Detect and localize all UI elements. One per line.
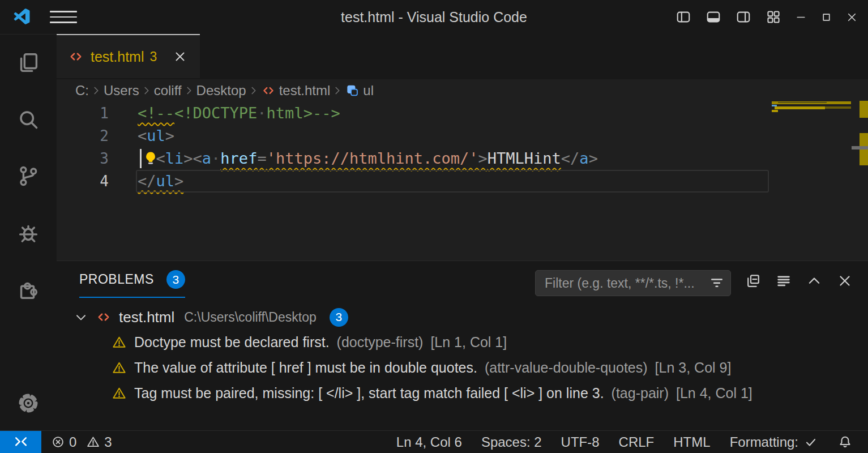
maximize-panel-icon[interactable] xyxy=(806,272,823,289)
code-token: HTMLHint xyxy=(488,149,561,167)
breadcrumb-item-desktop[interactable]: Desktop xyxy=(196,83,246,99)
tab-test-html[interactable]: test.html 3 xyxy=(57,34,200,78)
code-token: < xyxy=(193,149,202,167)
status-indentation-label: Spaces: 2 xyxy=(481,434,542,450)
problem-location: [Ln 4, Col 1] xyxy=(676,385,752,401)
status-cursor-position-label: Ln 4, Col 6 xyxy=(396,434,462,450)
line-number: 2 xyxy=(57,125,109,147)
chevron-right-icon xyxy=(247,84,260,97)
html-file-icon xyxy=(261,83,276,98)
warning-icon xyxy=(112,335,127,350)
problems-filter-input[interactable] xyxy=(544,275,709,292)
warning-icon xyxy=(112,386,127,401)
layout-sidebar-left-icon[interactable] xyxy=(668,0,698,34)
code-token: <!DOCTYPE xyxy=(174,104,257,122)
problem-location: [Ln 3, Col 9] xyxy=(655,360,732,376)
status-encoding[interactable]: UTF-8 xyxy=(551,431,609,453)
status-formatting-label: Formatting: xyxy=(730,434,798,450)
breadcrumb-item-testhtml[interactable]: test.html xyxy=(261,83,331,99)
line-number: 3 xyxy=(57,147,109,170)
breadcrumb-label: Desktop xyxy=(196,83,246,99)
activity-run-debug-icon[interactable] xyxy=(0,204,57,261)
problems-tab-label: PROBLEMS xyxy=(79,272,154,287)
code-token: </ xyxy=(138,172,156,190)
chevron-right-icon xyxy=(183,84,195,97)
breadcrumb-label: ul xyxy=(363,83,374,99)
code-line-4[interactable]: 4</ul> xyxy=(57,170,868,193)
warning-count: 3 xyxy=(104,434,112,450)
symbol-ul-icon xyxy=(345,83,360,98)
problems-count-badge: 3 xyxy=(166,270,185,289)
problem-message: Doctype must be declared first. xyxy=(134,334,330,351)
code-token: html>--> xyxy=(267,104,340,122)
layout-sidebar-right-icon[interactable] xyxy=(728,0,758,34)
status-eol[interactable]: CRLF xyxy=(609,431,664,453)
problem-rule: (attr-value-double-quotes) xyxy=(485,360,648,376)
status-formatting[interactable]: Formatting: xyxy=(720,431,828,453)
code-line-3[interactable]: 3 <li><a href='https://htmlhint.com/'>HT… xyxy=(57,147,868,170)
notifications-bell-icon[interactable] xyxy=(828,431,862,453)
status-indentation[interactable]: Spaces: 2 xyxy=(472,431,551,453)
breadcrumb-item-users[interactable]: Users xyxy=(104,83,139,99)
window-maximize-icon[interactable] xyxy=(814,0,839,34)
filter-icon[interactable] xyxy=(709,275,725,291)
problem-row[interactable]: Tag must be paired, missing: [ </li> ], … xyxy=(57,381,868,406)
editor[interactable]: C:UserscoliffDesktoptest.htmlul 1<!--<!D… xyxy=(57,79,868,260)
titlebar-actions xyxy=(668,0,865,34)
breadcrumb-label: C: xyxy=(75,83,89,99)
view-as-table-icon[interactable] xyxy=(775,272,792,289)
window-minimize-icon[interactable] xyxy=(788,0,814,34)
problems-file-row[interactable]: test.htmlC:\Users\coliff\Desktop3 xyxy=(57,305,868,330)
menu-icon[interactable] xyxy=(50,10,77,24)
activity-source-control-icon[interactable] xyxy=(0,148,57,204)
activity-bar xyxy=(0,35,57,430)
text-cursor xyxy=(140,149,142,168)
line-content: <ul> xyxy=(109,125,174,147)
code-token: a xyxy=(579,149,588,167)
statusbar-right: Ln 4, Col 6Spaces: 2UTF-8CRLFHTMLFormatt… xyxy=(387,431,862,453)
code-token: < xyxy=(138,127,147,144)
code-token: href xyxy=(220,149,257,167)
activity-search-icon[interactable] xyxy=(0,91,57,148)
chevron-right-icon xyxy=(331,84,344,97)
code-line-1[interactable]: 1<!--<!DOCTYPE html>--> xyxy=(57,102,868,125)
code-line-2[interactable]: 2<ul> xyxy=(57,125,868,147)
problem-location: [Ln 1, Col 1] xyxy=(430,334,507,351)
tab-problems[interactable]: PROBLEMS 3 xyxy=(79,270,185,298)
layout-grid-icon[interactable] xyxy=(758,0,788,34)
layout-panel-icon[interactable] xyxy=(698,0,728,34)
problems-status[interactable]: 0 3 xyxy=(51,434,118,450)
line-content: <li><a href='https://htmlhint.com/'>HTML… xyxy=(109,147,598,170)
breadcrumb-item-ul[interactable]: ul xyxy=(345,83,374,99)
code-token: 'https://htmlhint.com/' xyxy=(267,149,478,167)
html-file-icon xyxy=(96,309,112,325)
close-panel-icon[interactable] xyxy=(836,272,853,289)
status-cursor-position[interactable]: Ln 4, Col 6 xyxy=(387,431,472,453)
collapse-all-icon[interactable] xyxy=(745,272,762,289)
window-close-icon[interactable] xyxy=(839,0,865,34)
breadcrumb-item-c[interactable]: C: xyxy=(75,83,89,99)
status-language-mode[interactable]: HTML xyxy=(664,431,720,453)
problems-filter xyxy=(535,270,731,296)
remote-indicator[interactable] xyxy=(0,431,41,453)
line-number: 4 xyxy=(57,170,109,193)
error-icon xyxy=(51,435,65,449)
problem-message: Tag must be paired, missing: [ </li> ], … xyxy=(134,385,604,401)
error-count: 0 xyxy=(69,434,76,450)
activity-explorer-icon[interactable] xyxy=(0,35,57,91)
tab-close-icon[interactable] xyxy=(169,49,191,65)
tab-label: test.html xyxy=(91,49,144,65)
problem-row[interactable]: The value of attribute [ href ] must be … xyxy=(57,355,868,381)
vscode-logo-icon xyxy=(12,8,31,26)
code-token: > xyxy=(589,149,598,167)
code-token: > xyxy=(174,172,183,190)
chevron-down-icon[interactable] xyxy=(74,310,88,324)
activity-extensions-icon[interactable] xyxy=(0,261,57,318)
vscode-window: test.html - Visual Studio Code test.html… xyxy=(0,0,868,453)
problem-row[interactable]: Doctype must be declared first.(doctype-… xyxy=(57,330,868,355)
code-area[interactable]: 1<!--<!DOCTYPE html>-->2<ul>3 <li><a hre… xyxy=(57,102,868,193)
code-token: li xyxy=(165,149,184,167)
breadcrumb-item-coliff[interactable]: coliff xyxy=(154,83,182,99)
problem-rule: (doctype-first) xyxy=(337,334,424,351)
activity-settings-icon[interactable] xyxy=(0,376,57,430)
